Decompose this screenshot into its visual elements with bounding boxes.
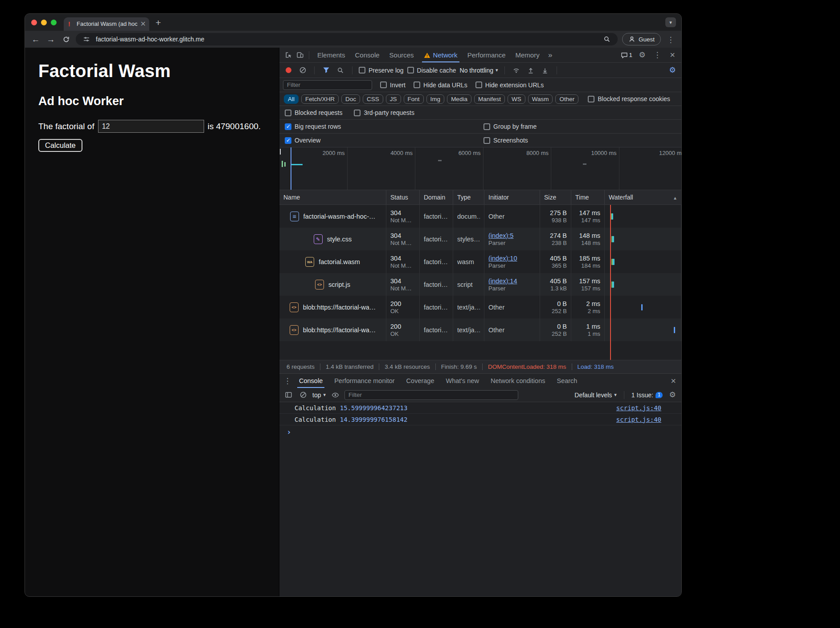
export-har-icon[interactable] (540, 65, 550, 76)
disable-cache-checkbox[interactable]: Disable cache (407, 67, 456, 74)
initiator-link[interactable]: (index):14 (488, 277, 536, 285)
network-request-row[interactable]: factorial.wasm 304Not M… factori… wasm (… (279, 250, 681, 273)
console-prompt[interactable] (279, 425, 681, 438)
network-request-row[interactable]: style.css 304Not M… factori… styles… (in… (279, 228, 681, 250)
filter-chip-js[interactable]: JS (386, 94, 401, 104)
big-request-rows-checkbox[interactable]: Big request rows (285, 123, 484, 130)
filter-chip-wasm[interactable]: Wasm (528, 94, 553, 104)
clear-console-icon[interactable] (298, 390, 308, 400)
filter-toggle-icon[interactable] (321, 65, 332, 76)
browser-tab[interactable]: ! Factorial Wasm (ad hoc Work (64, 17, 149, 31)
devtools-tab-memory[interactable]: Memory (511, 48, 544, 62)
new-tab-button[interactable]: + (156, 18, 161, 27)
column-header-size[interactable]: Size (540, 190, 571, 204)
record-icon[interactable] (283, 65, 294, 76)
network-request-row[interactable]: blob:https://factorial-wa… 200OK factori… (279, 296, 681, 318)
maximize-window-button[interactable] (51, 20, 57, 25)
back-button[interactable] (30, 35, 41, 44)
drawer-tab-network-conditions[interactable]: Network conditions (485, 374, 551, 388)
network-conditions-icon[interactable] (511, 65, 522, 76)
devtools-tab-elements[interactable]: Elements (313, 48, 350, 62)
timeline-overview[interactable]: 2000 ms 4000 ms 6000 ms 8000 ms 10000 ms… (279, 147, 681, 190)
tab-close-icon[interactable] (140, 19, 146, 29)
close-devtools-icon[interactable] (667, 50, 678, 61)
context-selector[interactable]: top (312, 391, 326, 399)
filter-chip-font[interactable]: Font (404, 94, 424, 104)
dock-sidebar-icon[interactable] (283, 390, 294, 400)
drawer-tab-console[interactable]: Console (294, 374, 328, 388)
inspect-element-icon[interactable] (283, 50, 294, 61)
url-bar[interactable]: factorial-wasm-ad-hoc-worker.glitch.me (76, 33, 618, 45)
column-header-initiator[interactable]: Initiator (484, 190, 540, 204)
column-header-waterfall[interactable]: Waterfall (605, 190, 681, 204)
reload-button[interactable] (61, 36, 71, 43)
column-header-time[interactable]: Time (571, 190, 605, 204)
factorial-input[interactable] (98, 120, 204, 133)
initiator-link[interactable]: (index):10 (488, 255, 536, 262)
hide-extension-urls-checkbox[interactable]: Hide extension URLs (475, 82, 544, 89)
forward-button[interactable] (45, 35, 56, 44)
column-header-status[interactable]: Status (386, 190, 420, 204)
devtools-menu-icon[interactable] (652, 50, 663, 61)
log-levels-select[interactable]: Default levels (574, 391, 617, 399)
devtools-tab-network[interactable]: Network (419, 48, 462, 62)
filter-chip-other[interactable]: Other (555, 94, 578, 104)
column-header-name[interactable]: Name (279, 190, 386, 204)
network-request-row[interactable]: script.js 304Not M… factori… script (ind… (279, 273, 681, 296)
device-toolbar-icon[interactable] (295, 50, 305, 61)
devtools-tab-console[interactable]: Console (351, 48, 384, 62)
column-header-domain[interactable]: Domain (420, 190, 453, 204)
search-icon[interactable] (335, 65, 346, 76)
issue-counter[interactable]: 1 Issue: 1 (631, 391, 663, 399)
network-request-row[interactable]: blob:https://factorial-wa… 200OK factori… (279, 318, 681, 341)
minimize-window-button[interactable] (41, 20, 47, 25)
more-tabs-icon[interactable] (545, 50, 556, 61)
site-info-icon[interactable] (81, 34, 92, 45)
message-source-link[interactable]: script.js:40 (616, 404, 681, 412)
message-source-link[interactable]: script.js:40 (616, 416, 681, 423)
drawer-menu-icon[interactable] (282, 375, 293, 386)
tab-search-button[interactable] (665, 17, 676, 27)
filter-chip-media[interactable]: Media (447, 94, 471, 104)
filter-chip-fetch-xhr[interactable]: Fetch/XHR (301, 94, 339, 104)
drawer-tab-performance-monitor[interactable]: Performance monitor (329, 374, 400, 388)
initiator-link[interactable]: (index):5 (488, 232, 536, 239)
filter-chip-manifest[interactable]: Manifest (474, 94, 505, 104)
eye-icon[interactable] (330, 390, 340, 400)
network-request-row[interactable]: factorial-wasm-ad-hoc-… 304Not M… factor… (279, 205, 681, 228)
screenshots-checkbox[interactable]: Screenshots (484, 137, 528, 144)
throttling-select[interactable]: No throttling (460, 67, 498, 74)
preserve-log-checkbox[interactable]: Preserve log (359, 67, 404, 74)
blocked-requests-checkbox[interactable]: Blocked requests (285, 109, 342, 116)
browser-menu-icon[interactable] (665, 35, 676, 44)
close-drawer-icon[interactable] (668, 375, 679, 386)
blocked-response-cookies-checkbox[interactable]: Blocked response cookies (588, 95, 670, 102)
filter-chip-doc[interactable]: Doc (341, 94, 360, 104)
network-filter-input[interactable] (283, 80, 372, 90)
guest-badge[interactable]: Guest (622, 33, 661, 45)
close-window-button[interactable] (31, 20, 37, 25)
filter-chip-ws[interactable]: WS (508, 94, 525, 104)
devtools-tab-sources[interactable]: Sources (385, 48, 418, 62)
console-filter-input[interactable] (344, 390, 518, 400)
filter-chip-img[interactable]: Img (426, 94, 445, 104)
console-settings-icon[interactable] (667, 390, 678, 400)
calculate-button[interactable]: Calculate (38, 139, 82, 152)
overview-checkbox[interactable]: Overview (285, 137, 484, 144)
settings-icon[interactable] (637, 50, 647, 61)
drawer-tab-coverage[interactable]: Coverage (401, 374, 440, 388)
import-har-icon[interactable] (525, 65, 536, 76)
devtools-tab-performance[interactable]: Performance (463, 48, 510, 62)
column-header-type[interactable]: Type (453, 190, 484, 204)
filter-chip-css[interactable]: CSS (363, 94, 383, 104)
hide-data-urls-checkbox[interactable]: Hide data URLs (414, 82, 467, 89)
invert-checkbox[interactable]: Invert (380, 82, 406, 89)
zoom-icon[interactable] (602, 34, 612, 45)
drawer-tab-search[interactable]: Search (551, 374, 582, 388)
network-settings-icon[interactable] (667, 65, 678, 76)
group-by-frame-checkbox[interactable]: Group by frame (484, 123, 537, 130)
issues-counter[interactable]: 1 (621, 52, 632, 59)
filter-chip-all[interactable]: All (284, 94, 299, 104)
third-party-requests-checkbox[interactable]: 3rd-party requests (354, 109, 414, 116)
drawer-tab-whats-new[interactable]: What's new (440, 374, 484, 388)
